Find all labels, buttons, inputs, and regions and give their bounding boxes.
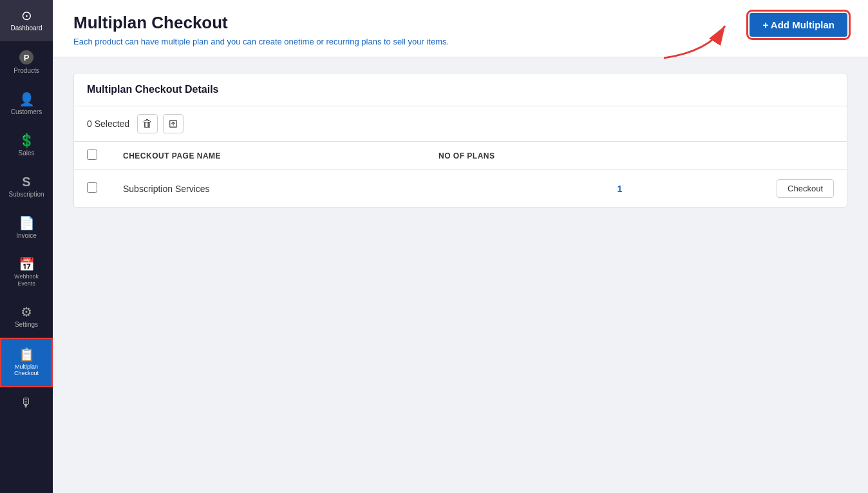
checkout-button[interactable]: Checkout [777,179,834,198]
sidebar: ⊙ Dashboard P Products 👤 Customers 💲 Sal… [0,0,53,493]
col-checkout-page-name: CHECKOUT PAGE NAME [110,142,426,170]
row-action: Checkout [635,170,847,208]
products-icon: P [19,50,33,64]
sidebar-item-webhook-events[interactable]: 📅 Webhook Events [0,249,53,296]
table-row: Subscription Services 1 Checkout [74,170,847,208]
card-title: Multiplan Checkout Details [87,84,834,95]
sidebar-item-multiplan-checkout[interactable]: 📋 Multiplan Checkout [0,338,53,388]
sales-icon: 💲 [19,134,35,147]
sidebar-item-podcast[interactable]: 🎙 [0,387,53,418]
col-action [635,142,847,170]
sidebar-item-dashboard[interactable]: ⊙ Dashboard [0,0,53,41]
dashboard-icon: ⊙ [21,9,32,22]
invoice-icon: 📄 [19,217,35,229]
sidebar-item-products[interactable]: P Products [0,41,53,84]
main-content: Multiplan Checkout Each product can have… [53,0,868,493]
content-area: Multiplan Checkout Details 0 Selected 🗑 [53,57,868,493]
sidebar-item-subscription[interactable]: S Subscription [0,166,53,208]
export-selected-button[interactable] [163,114,184,133]
checkout-table: CHECKOUT PAGE NAME NO OF PLANS Subscript… [74,142,847,208]
col-checkbox [74,142,110,170]
row-checkbox-cell[interactable] [74,170,110,208]
sidebar-item-invoice[interactable]: 📄 Invoice [0,208,53,249]
card-header: Multiplan Checkout Details [74,73,847,106]
checkout-details-card: Multiplan Checkout Details 0 Selected 🗑 [73,73,847,208]
customers-icon: 👤 [19,93,35,106]
sidebar-item-customers[interactable]: 👤 Customers [0,84,53,125]
col-no-of-plans: NO OF PLANS [426,142,635,170]
delete-selected-button[interactable]: 🗑 [137,114,158,133]
add-multiplan-button[interactable]: + Add Multiplan [750,13,847,37]
header-right: + Add Multiplan [750,13,847,37]
table-header: CHECKOUT PAGE NAME NO OF PLANS [74,142,847,170]
page-subtitle: Each product can have multiple plan and … [73,37,449,46]
export-icon [169,119,178,129]
select-all-checkbox[interactable] [87,150,97,160]
sidebar-item-settings[interactable]: ⚙ Settings [0,296,53,338]
settings-icon: ⚙ [21,305,32,318]
webhook-icon: 📅 [19,258,35,271]
row-checkout-page-name: Subscription Services [110,170,426,208]
sidebar-item-sales[interactable]: 💲 Sales [0,125,53,166]
page-header: Multiplan Checkout Each product can have… [53,0,868,57]
row-checkbox[interactable] [87,182,97,193]
table-toolbar: 0 Selected 🗑 [74,106,847,142]
page-title: Multiplan Checkout [73,13,449,33]
multiplan-icon: 📋 [19,348,35,361]
table-body: Subscription Services 1 Checkout [74,170,847,208]
subscription-icon: S [22,175,30,188]
selected-count: 0 Selected [87,119,129,129]
row-no-of-plans: 1 [426,170,635,208]
podcast-icon: 🎙 [20,396,33,409]
header-left: Multiplan Checkout Each product can have… [73,13,449,46]
